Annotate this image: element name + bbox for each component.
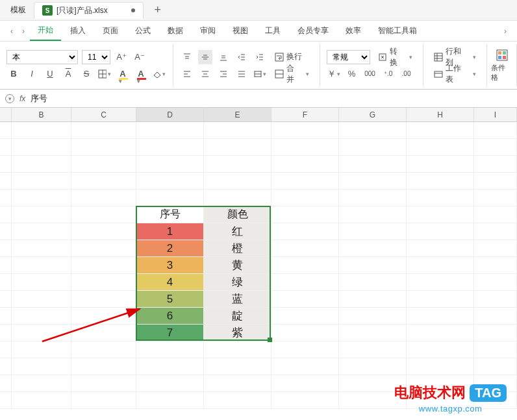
cell[interactable] — [204, 173, 271, 190]
cell[interactable] — [407, 325, 474, 341]
cell[interactable] — [339, 257, 407, 274]
cell[interactable] — [12, 274, 71, 291]
cell[interactable] — [0, 325, 12, 341]
cell[interactable] — [0, 173, 12, 190]
cell[interactable]: 紫 — [204, 325, 271, 341]
strike-button[interactable]: S — [79, 67, 94, 81]
cell[interactable] — [271, 291, 339, 308]
col-header-G[interactable]: G — [339, 108, 407, 121]
cell[interactable] — [407, 173, 474, 190]
cell[interactable] — [474, 274, 517, 291]
ribbon-condfmt-group[interactable]: 条件格 — [487, 44, 517, 86]
cell[interactable] — [339, 122, 407, 139]
cell[interactable] — [271, 156, 339, 173]
cell[interactable] — [136, 139, 204, 156]
cell[interactable] — [12, 358, 71, 375]
cell[interactable] — [12, 392, 71, 409]
cell[interactable] — [407, 308, 474, 325]
cell[interactable] — [12, 341, 71, 358]
cell[interactable] — [0, 291, 12, 308]
cell[interactable] — [0, 274, 12, 291]
align-center-icon[interactable] — [198, 67, 212, 81]
fx-icon[interactable]: fx — [19, 94, 25, 103]
underline-button[interactable]: U — [43, 67, 57, 81]
cell[interactable] — [204, 341, 271, 358]
menu-page[interactable]: 页面 — [95, 21, 126, 40]
cell[interactable]: 6 — [136, 308, 204, 325]
cell[interactable] — [71, 156, 136, 173]
cell[interactable] — [474, 190, 517, 206]
cell[interactable] — [204, 190, 271, 206]
cell[interactable] — [204, 392, 271, 409]
cell[interactable] — [271, 257, 339, 274]
cell[interactable] — [271, 308, 339, 325]
cell[interactable] — [136, 392, 204, 409]
align-right-icon[interactable] — [216, 67, 231, 81]
cell[interactable]: 黄 — [204, 257, 271, 274]
align-bottom-icon[interactable] — [216, 50, 231, 64]
col-header-C[interactable]: C — [71, 108, 136, 121]
cell[interactable] — [407, 240, 474, 257]
cell[interactable] — [474, 341, 517, 358]
cell[interactable] — [204, 139, 271, 156]
menu-member[interactable]: 会员专享 — [290, 21, 336, 40]
cell[interactable] — [407, 257, 474, 274]
cell[interactable] — [339, 139, 407, 156]
cell[interactable] — [339, 341, 407, 358]
font-size-select[interactable]: 11 — [82, 50, 110, 64]
align-justify-icon[interactable] — [234, 67, 249, 81]
cell[interactable] — [407, 122, 474, 139]
align-middle-icon[interactable] — [198, 50, 212, 64]
cell[interactable] — [271, 392, 339, 409]
cell[interactable] — [71, 206, 136, 223]
cell[interactable] — [474, 240, 517, 257]
cell[interactable] — [407, 274, 474, 291]
col-header-F[interactable]: F — [271, 108, 339, 121]
cell[interactable]: 红 — [204, 223, 271, 240]
cell[interactable] — [12, 240, 71, 257]
decrease-font-icon[interactable]: A⁻ — [132, 50, 147, 64]
convert-button[interactable]: 转换 — [374, 50, 416, 64]
cell-grid[interactable]: 序号颜色1红2橙3黄4绿5蓝6靛7紫 — [0, 122, 517, 409]
chevron-left-icon[interactable]: ‹ — [6, 27, 17, 36]
chevron-right-icon[interactable]: › — [18, 27, 29, 36]
cell[interactable] — [271, 206, 339, 223]
cell[interactable] — [407, 358, 474, 375]
worksheet-button[interactable]: 工作表 — [430, 67, 480, 81]
cell[interactable] — [407, 223, 474, 240]
cell[interactable] — [71, 341, 136, 358]
decimal-decrease-button[interactable]: .00 — [399, 67, 414, 81]
cell[interactable] — [474, 257, 517, 274]
indent-increase-icon[interactable] — [253, 50, 267, 64]
cell[interactable] — [71, 274, 136, 291]
border-button[interactable] — [97, 67, 112, 81]
merge-cells-button[interactable]: 合并 — [271, 67, 313, 81]
cell[interactable] — [136, 122, 204, 139]
highlight-button[interactable] — [152, 67, 166, 81]
cell[interactable] — [0, 392, 12, 409]
cell[interactable] — [0, 358, 12, 375]
cell[interactable]: 橙 — [204, 240, 271, 257]
cell[interactable] — [0, 257, 12, 274]
currency-button[interactable]: ￥ — [327, 67, 341, 81]
formula-value[interactable]: 序号 — [31, 93, 47, 105]
cell[interactable] — [136, 341, 204, 358]
indent-decrease-icon[interactable] — [234, 50, 249, 64]
cell[interactable] — [339, 325, 407, 341]
cell[interactable] — [271, 139, 339, 156]
cell[interactable] — [271, 325, 339, 341]
cell[interactable] — [339, 190, 407, 206]
cell[interactable] — [474, 156, 517, 173]
cell[interactable]: 序号 — [136, 206, 204, 223]
cell[interactable] — [71, 223, 136, 240]
cell[interactable] — [271, 274, 339, 291]
cell[interactable] — [339, 291, 407, 308]
cell[interactable] — [204, 358, 271, 375]
col-header-I[interactable]: I — [474, 108, 517, 121]
cell[interactable] — [271, 341, 339, 358]
cell[interactable] — [12, 308, 71, 325]
col-header-D[interactable]: D — [136, 108, 204, 121]
font-name-select[interactable]: 本 — [6, 50, 78, 64]
cell[interactable] — [204, 375, 271, 392]
cell[interactable] — [71, 257, 136, 274]
